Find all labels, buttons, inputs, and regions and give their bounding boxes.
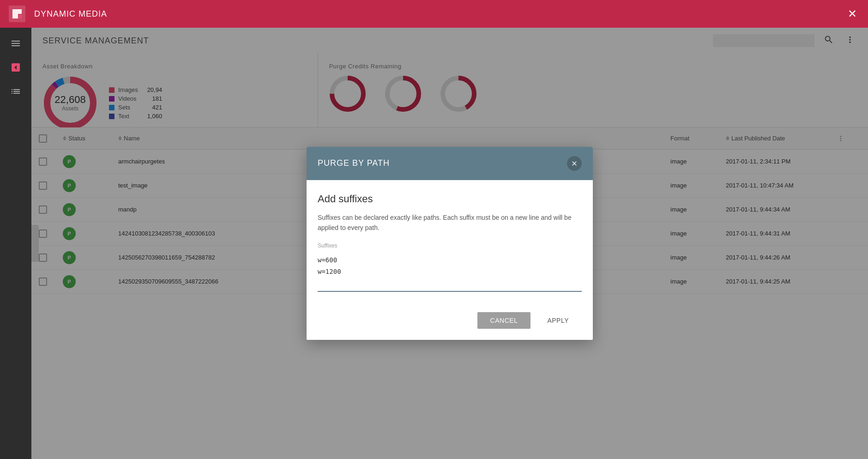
dialog-header: PURGE BY PATH: [307, 147, 593, 180]
sidebar: [0, 28, 31, 459]
dialog-footer: CANCEL APPLY: [307, 305, 593, 340]
dialog-close-button[interactable]: [567, 156, 582, 171]
app-logo: [7, 4, 27, 24]
top-header: DYNAMIC MEDIA ✕: [0, 0, 868, 28]
app-close-button[interactable]: ✕: [844, 4, 861, 24]
sidebar-item-menu[interactable]: [0, 31, 31, 55]
dialog-title: PURGE BY PATH: [318, 158, 390, 168]
svg-marker-2: [19, 15, 22, 18]
dialog-description: Suffixes can be declared exactly like pa…: [318, 212, 582, 233]
main-layout: SERVICE MANAGEMENT Asset Breakdown: [0, 28, 868, 459]
suffixes-textarea[interactable]: w=600 w=1200: [318, 253, 582, 292]
apply-button[interactable]: APPLY: [534, 312, 582, 329]
sidebar-item-list[interactable]: [0, 79, 31, 103]
cancel-button[interactable]: CANCEL: [477, 312, 531, 329]
app-title: DYNAMIC MEDIA: [34, 9, 844, 19]
modal-overlay: PURGE BY PATH Add suffixes Suffixes can …: [31, 28, 868, 459]
purge-by-path-dialog: PURGE BY PATH Add suffixes Suffixes can …: [307, 147, 593, 340]
dialog-body: Add suffixes Suffixes can be declared ex…: [307, 180, 593, 305]
dialog-section-title: Add suffixes: [318, 193, 582, 205]
content-area: SERVICE MANAGEMENT Asset Breakdown: [31, 28, 868, 459]
sidebar-item-arrow[interactable]: [0, 55, 31, 79]
suffixes-label: Suffixes: [318, 242, 582, 249]
